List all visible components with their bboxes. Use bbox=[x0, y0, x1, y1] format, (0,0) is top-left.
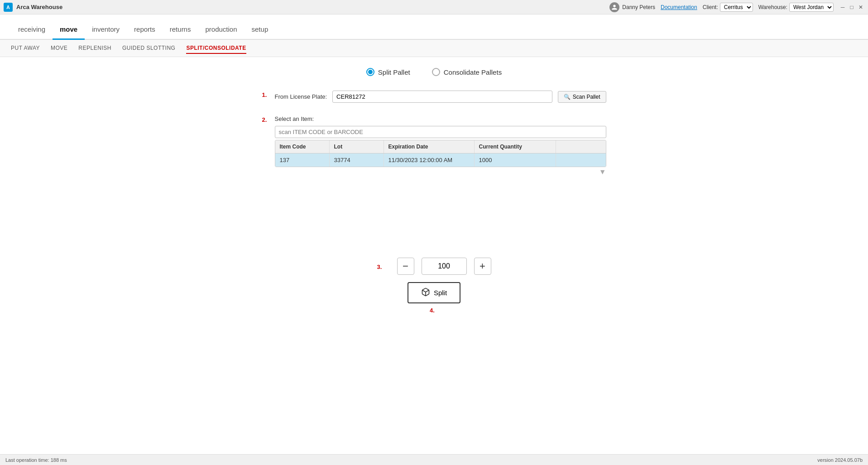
nav-item-production[interactable]: production bbox=[198, 20, 244, 40]
user-info: Danny Peters bbox=[609, 2, 655, 12]
statusbar: Last operation time: 188 ms version 2024… bbox=[0, 454, 868, 465]
minus-icon: − bbox=[403, 260, 408, 272]
split-button-label: Split bbox=[434, 289, 447, 297]
cell-extra bbox=[556, 153, 606, 167]
minimize-button[interactable]: ─ bbox=[839, 4, 846, 11]
titlebar-left: A Arca Warehouse bbox=[4, 3, 62, 12]
subnav-item-replenish[interactable]: REPLENISH bbox=[78, 43, 111, 54]
col-lot: Lot bbox=[330, 140, 384, 153]
user-name: Danny Peters bbox=[622, 4, 655, 10]
step1-content: From License Plate: 🔍 Scan Pallet bbox=[275, 91, 606, 109]
plus-icon: + bbox=[480, 260, 485, 272]
increment-button[interactable]: + bbox=[474, 258, 491, 275]
radio-split-pallet[interactable]: Split Pallet bbox=[366, 68, 410, 76]
client-selector: Client: Cerritus bbox=[703, 3, 753, 12]
col-extra bbox=[556, 140, 606, 153]
col-item-code: Item Code bbox=[275, 140, 330, 153]
scroll-down-icon: ▼ bbox=[599, 168, 606, 176]
step3-label: 3. bbox=[377, 263, 386, 270]
subnav: PUT AWAY MOVE REPLENISH GUIDED SLOTTING … bbox=[0, 40, 868, 57]
status-right: version 2024.05.07b bbox=[817, 457, 863, 463]
client-label: Client: bbox=[703, 4, 718, 10]
warehouse-label: Warehouse: bbox=[758, 4, 787, 10]
table-row[interactable]: 137 33774 11/30/2023 12:00:00 AM 1000 bbox=[275, 153, 606, 167]
nav-item-reports[interactable]: reports bbox=[127, 20, 163, 40]
item-search-input[interactable] bbox=[275, 126, 606, 138]
radio-consolidate-pallets[interactable]: Consolidate Pallets bbox=[432, 68, 502, 76]
step4-row: Split 4. bbox=[408, 275, 460, 314]
col-current-quantity: Current Quantity bbox=[475, 140, 556, 153]
quantity-input[interactable] bbox=[422, 258, 467, 275]
titlebar: A Arca Warehouse Danny Peters Documentat… bbox=[0, 0, 868, 14]
subnav-item-guided-slotting[interactable]: GUIDED SLOTTING bbox=[122, 43, 176, 54]
main-content: Split Pallet Consolidate Pallets 1. From… bbox=[0, 57, 868, 454]
maximize-button[interactable]: □ bbox=[848, 4, 855, 11]
nav-item-inventory[interactable]: inventory bbox=[85, 20, 127, 40]
radio-circle-split bbox=[366, 68, 374, 76]
cell-item-code: 137 bbox=[275, 153, 330, 167]
nav-item-move[interactable]: move bbox=[53, 20, 85, 40]
decrement-button[interactable]: − bbox=[397, 258, 414, 275]
item-table: Item Code Lot Expiration Date Current Qu… bbox=[275, 140, 606, 167]
subnav-item-putaway[interactable]: PUT AWAY bbox=[11, 43, 40, 54]
navbar: receiving move inventory reports returns… bbox=[0, 14, 868, 40]
close-button[interactable]: ✕ bbox=[857, 4, 864, 11]
split-pallet-label: Split Pallet bbox=[378, 68, 410, 76]
nav-item-setup[interactable]: setup bbox=[245, 20, 276, 40]
step1-row: 1. From License Plate: 🔍 Scan Pallet bbox=[262, 91, 606, 109]
titlebar-right: Danny Peters Documentation Client: Cerri… bbox=[609, 2, 864, 12]
cell-lot: 33774 bbox=[330, 153, 384, 167]
step2-row: 2. Select an Item: Item Code Lot Expirat… bbox=[262, 115, 606, 176]
split-button[interactable]: Split bbox=[408, 282, 460, 303]
client-dropdown[interactable]: Cerritus bbox=[720, 3, 753, 12]
radio-circle-consolidate bbox=[432, 68, 440, 76]
nav-item-returns[interactable]: returns bbox=[163, 20, 198, 40]
status-left: Last operation time: 188 ms bbox=[5, 457, 67, 463]
step2-content: Select an Item: Item Code Lot Expiration… bbox=[275, 115, 606, 176]
cell-expiration-date: 11/30/2023 12:00:00 AM bbox=[384, 153, 475, 167]
subnav-item-split-consolidate[interactable]: SPLIT/CONSOLIDATE bbox=[186, 43, 246, 54]
from-license-plate-label: From License Plate: bbox=[275, 93, 327, 100]
license-plate-input[interactable] bbox=[332, 91, 552, 103]
radio-group: Split Pallet Consolidate Pallets bbox=[366, 68, 502, 76]
step2-label: 2. bbox=[262, 115, 271, 123]
avatar bbox=[609, 2, 619, 12]
step3-row: 3. − + bbox=[377, 258, 491, 275]
scroll-indicator: ▼ bbox=[275, 168, 606, 176]
window-controls: ─ □ ✕ bbox=[839, 4, 864, 11]
col-expiration-date: Expiration Date bbox=[384, 140, 475, 153]
table-header: Item Code Lot Expiration Date Current Qu… bbox=[275, 140, 606, 153]
select-item-label: Select an Item: bbox=[275, 115, 606, 122]
app-logo: A bbox=[4, 3, 13, 12]
warehouse-selector: Warehouse: West Jordan bbox=[758, 3, 834, 12]
step4-label: 4. bbox=[428, 306, 437, 314]
cell-current-quantity: 1000 bbox=[475, 153, 556, 167]
nav-item-receiving[interactable]: receiving bbox=[11, 20, 53, 40]
step1-label: 1. bbox=[262, 91, 271, 98]
app-title: Arca Warehouse bbox=[16, 4, 62, 10]
subnav-item-move[interactable]: MOVE bbox=[51, 43, 67, 54]
search-icon: 🔍 bbox=[564, 94, 571, 100]
scan-pallet-button[interactable]: 🔍 Scan Pallet bbox=[558, 91, 606, 103]
consolidate-pallets-label: Consolidate Pallets bbox=[444, 68, 502, 76]
box-icon bbox=[421, 288, 430, 298]
warehouse-dropdown[interactable]: West Jordan bbox=[789, 3, 834, 12]
documentation-link[interactable]: Documentation bbox=[661, 4, 697, 10]
license-plate-row: From License Plate: 🔍 Scan Pallet bbox=[275, 91, 606, 103]
